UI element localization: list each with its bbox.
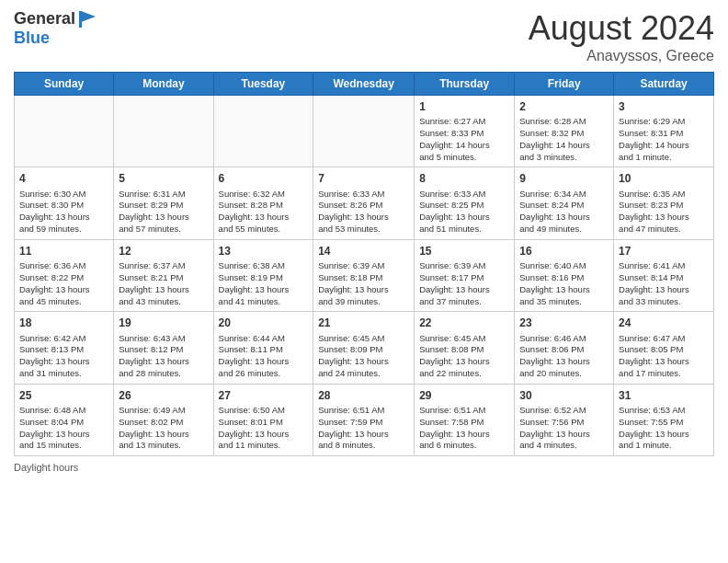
calendar-cell: 8Sunrise: 6:33 AM Sunset: 8:25 PM Daylig… [415, 167, 515, 239]
day-info: Sunrise: 6:52 AM Sunset: 7:56 PM Dayligh… [519, 405, 609, 452]
day-info: Sunrise: 6:43 AM Sunset: 8:12 PM Dayligh… [119, 333, 208, 380]
calendar-cell: 9Sunrise: 6:34 AM Sunset: 8:24 PM Daylig… [515, 167, 614, 239]
calendar-week-row: 1Sunrise: 6:27 AM Sunset: 8:33 PM Daylig… [15, 96, 714, 167]
calendar-cell: 3Sunrise: 6:29 AM Sunset: 8:31 PM Daylig… [614, 96, 714, 167]
day-info: Sunrise: 6:47 AM Sunset: 8:05 PM Dayligh… [619, 333, 709, 380]
day-number: 25 [19, 388, 108, 403]
column-header-wednesday: Wednesday [313, 73, 415, 96]
column-header-saturday: Saturday [614, 73, 714, 96]
calendar-week-row: 25Sunrise: 6:48 AM Sunset: 8:04 PM Dayli… [15, 384, 714, 455]
day-number: 24 [619, 316, 709, 330]
day-info: Sunrise: 6:45 AM Sunset: 8:08 PM Dayligh… [419, 333, 509, 380]
day-info: Sunrise: 6:28 AM Sunset: 8:32 PM Dayligh… [519, 116, 609, 163]
day-info: Sunrise: 6:48 AM Sunset: 8:04 PM Dayligh… [19, 405, 108, 452]
day-number: 18 [19, 316, 108, 330]
header: General Blue August 2024 Anavyssos, Gree… [14, 9, 714, 64]
calendar-cell: 6Sunrise: 6:32 AM Sunset: 8:28 PM Daylig… [213, 167, 313, 239]
day-number: 4 [19, 171, 108, 186]
day-number: 19 [119, 316, 208, 330]
day-number: 2 [519, 99, 609, 114]
column-header-friday: Friday [515, 73, 614, 96]
calendar-cell: 24Sunrise: 6:47 AM Sunset: 8:05 PM Dayli… [614, 312, 714, 384]
calendar-cell: 11Sunrise: 6:36 AM Sunset: 8:22 PM Dayli… [15, 239, 114, 311]
calendar-cell: 5Sunrise: 6:31 AM Sunset: 8:29 PM Daylig… [114, 167, 213, 239]
day-info: Sunrise: 6:45 AM Sunset: 8:09 PM Dayligh… [318, 333, 409, 380]
title-section: August 2024 Anavyssos, Greece [529, 9, 714, 64]
calendar-cell: 31Sunrise: 6:53 AM Sunset: 7:55 PM Dayli… [614, 384, 714, 455]
day-number: 12 [119, 244, 208, 259]
day-number: 6 [219, 171, 309, 186]
day-info: Sunrise: 6:38 AM Sunset: 8:19 PM Dayligh… [219, 260, 309, 307]
day-info: Sunrise: 6:36 AM Sunset: 8:22 PM Dayligh… [19, 260, 108, 307]
day-number: 1 [419, 99, 509, 114]
calendar-cell: 4Sunrise: 6:30 AM Sunset: 8:30 PM Daylig… [15, 167, 114, 239]
day-info: Sunrise: 6:31 AM Sunset: 8:29 PM Dayligh… [119, 189, 208, 236]
svg-marker-0 [81, 11, 96, 22]
day-number: 29 [419, 388, 509, 403]
day-info: Sunrise: 6:27 AM Sunset: 8:33 PM Dayligh… [419, 116, 509, 163]
calendar-table: SundayMondayTuesdayWednesdayThursdayFrid… [14, 72, 714, 456]
calendar-cell: 12Sunrise: 6:37 AM Sunset: 8:21 PM Dayli… [114, 239, 213, 311]
calendar-week-row: 11Sunrise: 6:36 AM Sunset: 8:22 PM Dayli… [15, 239, 714, 311]
calendar-cell: 20Sunrise: 6:44 AM Sunset: 8:11 PM Dayli… [213, 312, 313, 384]
day-number: 11 [19, 244, 108, 259]
footer: Daylight hours [14, 462, 714, 473]
day-info: Sunrise: 6:46 AM Sunset: 8:06 PM Dayligh… [519, 333, 609, 380]
svg-rect-1 [79, 11, 82, 28]
calendar-cell [114, 96, 213, 167]
day-info: Sunrise: 6:32 AM Sunset: 8:28 PM Dayligh… [219, 189, 309, 236]
day-number: 10 [619, 171, 709, 186]
daylight-hours-label: Daylight hours [14, 462, 78, 473]
day-number: 8 [419, 171, 509, 186]
column-header-tuesday: Tuesday [213, 73, 313, 96]
day-info: Sunrise: 6:39 AM Sunset: 8:17 PM Dayligh… [419, 260, 509, 307]
page: General Blue August 2024 Anavyssos, Gree… [0, 0, 728, 563]
day-number: 17 [619, 244, 709, 259]
day-number: 14 [318, 244, 409, 259]
calendar-cell: 22Sunrise: 6:45 AM Sunset: 8:08 PM Dayli… [415, 312, 515, 384]
calendar-cell [213, 96, 313, 167]
day-number: 27 [219, 388, 309, 403]
day-info: Sunrise: 6:33 AM Sunset: 8:25 PM Dayligh… [419, 189, 509, 236]
calendar-header-row: SundayMondayTuesdayWednesdayThursdayFrid… [15, 73, 714, 96]
day-info: Sunrise: 6:44 AM Sunset: 8:11 PM Dayligh… [219, 333, 309, 380]
calendar-cell: 2Sunrise: 6:28 AM Sunset: 8:32 PM Daylig… [515, 96, 614, 167]
logo-general-text: General [14, 10, 75, 29]
calendar-cell: 26Sunrise: 6:49 AM Sunset: 8:02 PM Dayli… [114, 384, 213, 455]
day-number: 23 [519, 316, 609, 330]
day-number: 22 [419, 316, 509, 330]
day-number: 20 [219, 316, 309, 330]
calendar-week-row: 4Sunrise: 6:30 AM Sunset: 8:30 PM Daylig… [15, 167, 714, 239]
calendar-cell: 29Sunrise: 6:51 AM Sunset: 7:58 PM Dayli… [415, 384, 515, 455]
calendar-cell: 16Sunrise: 6:40 AM Sunset: 8:16 PM Dayli… [515, 239, 614, 311]
calendar-cell [15, 96, 114, 167]
calendar-cell: 25Sunrise: 6:48 AM Sunset: 8:04 PM Dayli… [15, 384, 114, 455]
calendar-cell: 30Sunrise: 6:52 AM Sunset: 7:56 PM Dayli… [515, 384, 614, 455]
day-number: 31 [619, 388, 709, 403]
day-info: Sunrise: 6:34 AM Sunset: 8:24 PM Dayligh… [519, 189, 609, 236]
calendar-cell: 7Sunrise: 6:33 AM Sunset: 8:26 PM Daylig… [313, 167, 415, 239]
day-number: 3 [619, 99, 709, 114]
logo-blue-text: Blue [14, 29, 50, 47]
day-number: 26 [119, 388, 208, 403]
calendar-cell [313, 96, 415, 167]
day-info: Sunrise: 6:53 AM Sunset: 7:55 PM Dayligh… [619, 405, 709, 452]
day-number: 15 [419, 244, 509, 259]
column-header-monday: Monday [114, 73, 213, 96]
day-info: Sunrise: 6:33 AM Sunset: 8:26 PM Dayligh… [318, 189, 409, 236]
calendar-cell: 27Sunrise: 6:50 AM Sunset: 8:01 PM Dayli… [213, 384, 313, 455]
day-info: Sunrise: 6:35 AM Sunset: 8:23 PM Dayligh… [619, 189, 709, 236]
calendar-cell: 13Sunrise: 6:38 AM Sunset: 8:19 PM Dayli… [213, 239, 313, 311]
day-info: Sunrise: 6:40 AM Sunset: 8:16 PM Dayligh… [519, 260, 609, 307]
logo: General Blue [14, 9, 97, 48]
day-number: 7 [318, 171, 409, 186]
calendar-cell: 19Sunrise: 6:43 AM Sunset: 8:12 PM Dayli… [114, 312, 213, 384]
calendar-cell: 18Sunrise: 6:42 AM Sunset: 8:13 PM Dayli… [15, 312, 114, 384]
day-number: 13 [219, 244, 309, 259]
column-header-thursday: Thursday [415, 73, 515, 96]
day-number: 28 [318, 388, 409, 403]
location-subtitle: Anavyssos, Greece [529, 48, 714, 64]
day-info: Sunrise: 6:42 AM Sunset: 8:13 PM Dayligh… [19, 333, 108, 380]
day-info: Sunrise: 6:51 AM Sunset: 7:59 PM Dayligh… [318, 405, 409, 452]
calendar-week-row: 18Sunrise: 6:42 AM Sunset: 8:13 PM Dayli… [15, 312, 714, 384]
